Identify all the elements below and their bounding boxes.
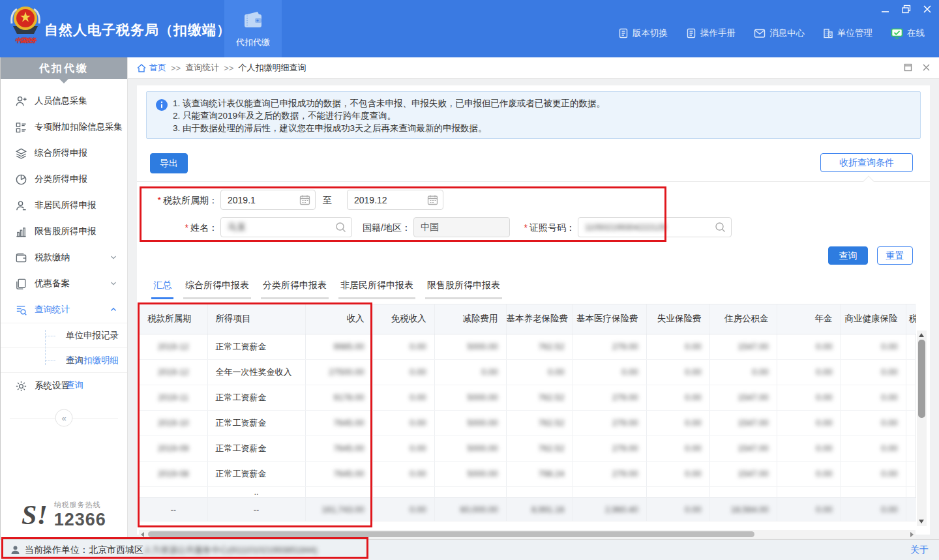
name-value: 马某 xyxy=(228,222,246,232)
vertical-scrollbar-thumb[interactable] xyxy=(918,340,925,418)
scroll-right-arrow[interactable] xyxy=(910,532,914,537)
breadcrumb-separator: >> xyxy=(224,63,233,73)
horizontal-scrollbar[interactable] xyxy=(139,530,916,538)
id-value: 110502199304222129 xyxy=(585,223,666,232)
close-button[interactable] xyxy=(922,4,932,14)
chevron-down-icon xyxy=(110,254,117,261)
online-status[interactable]: 在线 xyxy=(891,27,925,39)
sidebar-item-tax-payment[interactable]: 税款缴纳 xyxy=(1,244,127,271)
unit-management-button[interactable]: 单位管理 xyxy=(823,27,872,39)
version-switch-label: 版本切换 xyxy=(633,27,668,39)
export-button[interactable]: 导出 xyxy=(150,153,188,173)
sidebar-item-label: 系统设置 xyxy=(35,380,70,392)
home-icon xyxy=(137,64,146,72)
scroll-down-arrow[interactable] xyxy=(919,520,924,523)
sidebar: 代扣代缴 人员信息采集 专项附加扣除信息采集 xyxy=(0,57,128,539)
sidebar-item-classified-income[interactable]: 分类所得申报 xyxy=(1,166,127,192)
scroll-up-arrow[interactable] xyxy=(919,333,924,337)
search-icon xyxy=(715,222,726,233)
search-icon xyxy=(335,222,346,233)
online-status-icon xyxy=(891,28,903,39)
query-button[interactable]: 查询 xyxy=(828,246,868,265)
notice-box: 1. 该查询统计表仅能查询已申报成功的数据，不包含未申报、申报失败，已申报但已作… xyxy=(146,91,921,139)
sidebar-item-comprehensive-income[interactable]: 综合所得申报 xyxy=(1,140,127,166)
title-bar: 中国税务 自然人电子税务局（扣缴端） 代扣代缴 版本切换 xyxy=(0,0,939,57)
app-window: 中国税务 自然人电子税务局（扣缴端） 代扣代缴 版本切换 xyxy=(0,0,939,560)
bar-chart-icon xyxy=(15,226,27,238)
manual-label: 操作手册 xyxy=(700,27,736,39)
table-row[interactable]: 2019-10正常工资薪金7645.000.005000.00762.52279… xyxy=(140,410,916,435)
sidebar-item-label: 税款缴纳 xyxy=(35,252,70,263)
sidebar-item-system-settings[interactable]: 系统设置 xyxy=(1,373,127,399)
version-switch-button[interactable]: 版本切换 xyxy=(618,27,668,39)
table-row[interactable]: 2019-08正常工资薪金7645.000.005000.00798.24279… xyxy=(140,461,916,486)
sidebar-item-query-statistics[interactable]: 查询统计 xyxy=(1,297,127,323)
query-form-row-person: *姓名： 马某 国籍/地区： 中国 *证照号码： 110502199304222… xyxy=(137,217,930,238)
tab-comprehensive-income-return[interactable]: 综合所得申报表 xyxy=(183,280,251,299)
table-row[interactable]: 2019-12全年一次性奖金收入27500.000.000.000.000.00… xyxy=(140,359,916,385)
sidebar-item-label: 分类所得申报 xyxy=(35,173,87,185)
chevron-up-icon xyxy=(110,306,117,313)
tab-summary[interactable]: 汇总 xyxy=(151,280,173,299)
sidebar-collapse-button[interactable]: « xyxy=(55,409,73,427)
column-header: 年金 xyxy=(777,304,841,334)
sidebar-item-nonresident-income[interactable]: 非居民所得申报 xyxy=(1,192,127,218)
documents-icon xyxy=(15,278,27,290)
sidebar-item-special-deduction[interactable]: 专项附加扣除信息采集 xyxy=(1,114,127,140)
sidebar-subitem-personal-withholding-query[interactable]: 个人扣缴明细查询 xyxy=(1,348,127,373)
notice-line-1: 1. 该查询统计表仅能查询已申报成功的数据，不包含未申报、申报失败，已申报但已作… xyxy=(173,97,912,110)
sidebar-subitem-unit-declaration-query[interactable]: 单位申报记录查询 xyxy=(1,323,127,348)
column-header: 失业保险费 xyxy=(646,304,709,334)
person-add-icon xyxy=(15,95,27,108)
sidebar-item-label: 综合所得申报 xyxy=(35,147,87,159)
current-unit-blurred: 人力资源公共服务中心(911101021993851844) xyxy=(143,544,318,556)
tab-nonresident-income-return[interactable]: 非居民所得申报表 xyxy=(338,280,415,299)
horizontal-scrollbar-thumb[interactable] xyxy=(148,531,754,537)
result-tabs: 汇总 综合所得申报表 分类所得申报表 非居民所得申报表 限售股所得申报表 xyxy=(151,280,502,299)
id-label: *证照号码： xyxy=(513,217,575,238)
restore-button[interactable] xyxy=(901,4,912,14)
table-row[interactable]: 2019-12正常工资薪金9985.000.005000.00762.52279… xyxy=(140,334,916,359)
wallet-icon xyxy=(15,252,27,264)
column-header: 住房公积金 xyxy=(709,304,777,334)
panel-close-button[interactable] xyxy=(922,63,931,72)
sidebar-item-restricted-shares[interactable]: 限售股所得申报 xyxy=(1,218,127,244)
breadcrumb-current: 个人扣缴明细查询 xyxy=(238,62,306,74)
tab-restricted-shares-return[interactable]: 限售股所得申报表 xyxy=(425,280,502,299)
tab-classified-income-return[interactable]: 分类所得申报表 xyxy=(261,280,329,299)
content-panel: 1. 该查询统计表仅能查询已申报成功的数据，不包含未申报、申报失败，已申报但已作… xyxy=(137,85,930,535)
id-input[interactable]: 110502199304222129 xyxy=(578,217,732,237)
about-link[interactable]: 关于 xyxy=(910,544,929,556)
tab-withholding[interactable]: 代扣代缴 xyxy=(224,0,282,57)
breadcrumb-home[interactable]: 首页 xyxy=(137,62,166,74)
collapse-query-button[interactable]: 收折查询条件 xyxy=(820,153,913,172)
table-row[interactable]: 2019-09正常工资薪金7645.000.005000.00762.52279… xyxy=(140,435,916,461)
wallet-icon xyxy=(242,10,264,30)
sidebar-item-personnel-info[interactable]: 人员信息采集 xyxy=(1,88,127,114)
reset-button[interactable]: 重置 xyxy=(877,246,913,265)
nationality-value: 中国 xyxy=(421,222,439,232)
pie-chart-icon xyxy=(15,173,27,186)
current-unit-visible: 北京市西城区 xyxy=(89,544,143,556)
scroll-left-arrow[interactable] xyxy=(141,532,144,537)
query-form-row-period: *税款所属期： 至 xyxy=(137,190,930,211)
vertical-scrollbar[interactable] xyxy=(917,331,927,526)
column-header: 免税收入 xyxy=(372,304,434,334)
sidebar-item-preferential-filing[interactable]: 优惠备案 xyxy=(1,271,127,297)
breadcrumb-home-label: 首页 xyxy=(149,62,166,74)
notice-line-2: 2. 只能查询2019年及之后的数据，不能进行跨年度查询。 xyxy=(173,110,912,122)
minimize-button[interactable] xyxy=(880,4,891,14)
sidebar-item-label: 限售股所得申报 xyxy=(35,226,97,237)
status-bar: 当前操作单位：北京市西城区人力资源公共服务中心(9111010219938518… xyxy=(0,539,939,560)
column-header: 商业健康保险 xyxy=(841,304,906,334)
message-center-button[interactable]: 消息中心 xyxy=(754,27,805,39)
tab-withholding-label: 代扣代缴 xyxy=(224,37,282,48)
column-header: 基本医疗保险费 xyxy=(573,304,646,334)
panel-float-button[interactable] xyxy=(904,63,913,72)
name-input[interactable]: 马某 xyxy=(220,217,352,237)
table-row[interactable]: 2019-11正常工资薪金9178.000.005000.00762.52279… xyxy=(140,385,916,410)
column-header: 税款所属期 xyxy=(140,304,207,334)
manual-button[interactable]: 操作手册 xyxy=(686,27,736,39)
table-total-row: ----161,743.000.0060,000.008,991.162,960… xyxy=(140,497,916,521)
hotline-number: 12366 xyxy=(54,510,106,530)
